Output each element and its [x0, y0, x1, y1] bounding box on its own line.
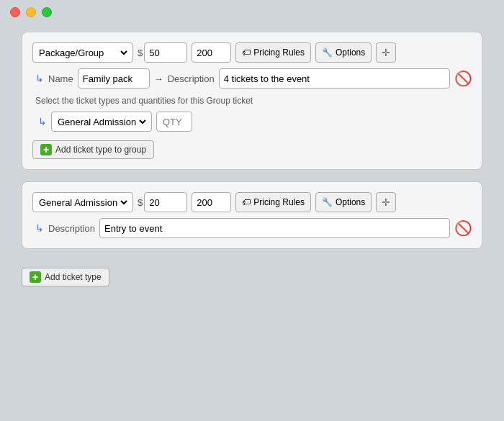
pricing-rules-button-2[interactable]: 🏷 Pricing Rules	[235, 192, 311, 212]
name-desc-row-1: ↳ Name → Description 🚫	[32, 68, 472, 89]
plus-icon-group: +	[40, 144, 52, 155]
desc-input-1[interactable]	[219, 68, 450, 89]
add-ticket-type-label: Add ticket type	[45, 272, 102, 282]
remove-button-2[interactable]: 🚫	[454, 219, 472, 237]
ticket-type-dropdown-2[interactable]: General Admission VIP Package/Group	[36, 196, 130, 209]
group-ticket-row: ↳ General Admission VIP Package/Group QT…	[35, 112, 472, 132]
name-label-1: Name	[48, 73, 73, 84]
options-label-2: Options	[336, 197, 365, 207]
maximize-button[interactable]	[42, 7, 52, 17]
options-button-2[interactable]: 🔧 Options	[315, 192, 372, 212]
dollar-sign-1: $	[138, 47, 143, 58]
remove-button-1[interactable]: 🚫	[454, 70, 472, 87]
main-content: Package/Group General Admission VIP $ 🏷 …	[0, 24, 504, 301]
add-to-group-label: Add ticket type to group	[55, 145, 146, 155]
ticket-block-2: General Admission VIP Package/Group $ 🏷 …	[22, 181, 482, 249]
pricing-rules-label-1: Pricing Rules	[253, 47, 305, 58]
ticket-type-dropdown-1[interactable]: Package/Group General Admission VIP	[36, 47, 130, 59]
desc-input-2[interactable]	[99, 218, 450, 238]
add-to-group-button[interactable]: + Add ticket type to group	[32, 140, 154, 159]
price-input-2[interactable]	[144, 192, 187, 212]
group-info-text: Select the ticket types and quantities f…	[35, 96, 472, 106]
ticket-type-select-1[interactable]: Package/Group General Admission VIP	[32, 42, 133, 63]
pricing-rules-button-1[interactable]: 🏷 Pricing Rules	[235, 42, 311, 63]
arrow-icon-group: ↳	[38, 116, 47, 127]
minimize-button[interactable]	[26, 7, 36, 17]
ticket-block-1: Package/Group General Admission VIP $ 🏷 …	[22, 32, 482, 170]
group-ticket-type-select[interactable]: General Admission VIP Package/Group	[51, 112, 152, 132]
wrench-icon-2: 🔧	[322, 197, 333, 207]
desc-label-1: Description	[168, 73, 215, 84]
add-ticket-type-button[interactable]: + Add ticket type	[22, 268, 109, 286]
desc-label-2: Description	[48, 223, 95, 234]
plus-icon-add: +	[30, 271, 41, 283]
move-button-2[interactable]: ✛	[376, 192, 396, 212]
add-to-group-row: + Add ticket type to group	[32, 140, 472, 159]
desc-row-2: ↳ Description 🚫	[32, 218, 472, 238]
group-qty-label: QTY	[156, 112, 192, 132]
name-input-1[interactable]	[78, 68, 150, 89]
group-ticket-type-dropdown[interactable]: General Admission VIP Package/Group	[55, 116, 148, 128]
ticket-row-2: General Admission VIP Package/Group $ 🏷 …	[32, 192, 472, 212]
price-input-1[interactable]	[144, 42, 187, 63]
qty-input-2[interactable]	[192, 192, 231, 212]
wrench-icon-1: 🔧	[322, 47, 333, 58]
price-field-2: $	[138, 192, 187, 212]
move-button-1[interactable]: ✛	[376, 42, 396, 63]
options-label-1: Options	[336, 47, 365, 58]
close-button[interactable]	[10, 7, 20, 17]
dollar-sign-2: $	[138, 197, 143, 208]
ticket-type-select-2[interactable]: General Admission VIP Package/Group	[32, 192, 133, 212]
title-bar	[0, 0, 504, 24]
tag-icon-1: 🏷	[242, 47, 251, 58]
ticket-row-1: Package/Group General Admission VIP $ 🏷 …	[32, 42, 472, 63]
options-button-1[interactable]: 🔧 Options	[315, 42, 372, 63]
price-field-1: $	[138, 42, 187, 63]
add-ticket-type-row: + Add ticket type	[22, 261, 482, 286]
arrow-icon-1: ↳	[35, 73, 44, 84]
arrow-icon-2: ↳	[35, 222, 44, 234]
qty-input-1[interactable]	[192, 42, 231, 63]
tag-icon-2: 🏷	[242, 197, 251, 207]
pricing-rules-label-2: Pricing Rules	[253, 197, 305, 207]
desc-arrow-1: →	[154, 73, 163, 84]
